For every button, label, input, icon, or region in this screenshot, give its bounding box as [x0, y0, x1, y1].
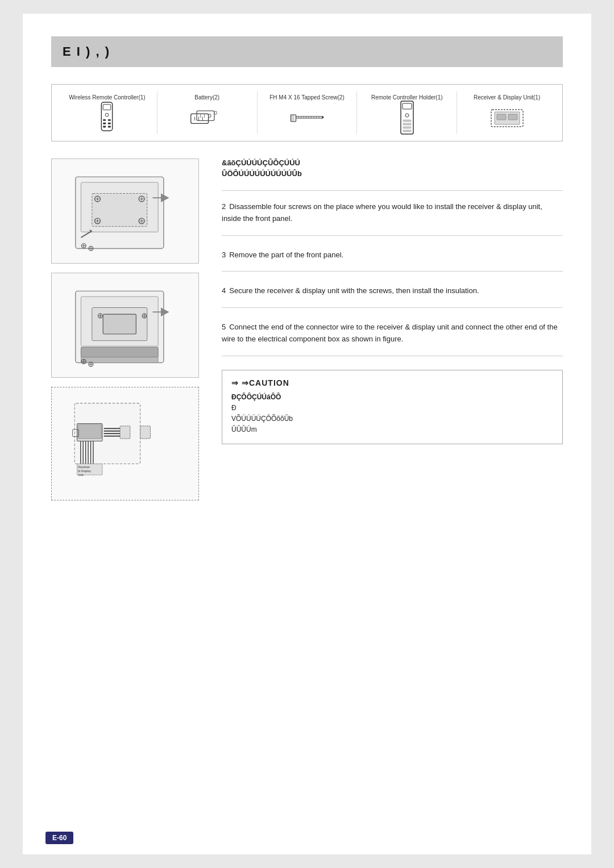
part-img-screw	[290, 105, 324, 132]
caution-line4: ÛÛÛÚm	[231, 424, 553, 435]
svg-rect-1	[103, 105, 111, 110]
svg-rect-43	[497, 114, 506, 120]
svg-rect-39	[403, 127, 411, 128]
svg-text:Unit: Unit	[78, 473, 84, 477]
step4-description: Secure the receiver & display unit with …	[229, 286, 479, 295]
part-label-battery: Battery(2)	[194, 94, 219, 101]
page-number: E-60	[45, 832, 73, 844]
svg-rect-99	[140, 426, 151, 439]
receiver-display-icon	[490, 106, 524, 130]
step3-block: 3Remove the part of the front panel.	[222, 249, 563, 272]
caution-title-text: ⇒CAUTION	[242, 378, 289, 387]
part-label-receiver: Receiver & Display Unit(1)	[474, 94, 540, 101]
part-item-receiver: Receiver & Display Unit(1)	[457, 91, 557, 134]
svg-point-2	[105, 113, 109, 116]
step4-text: 4Secure the receiver & display unit with…	[222, 285, 563, 297]
svg-rect-10	[209, 114, 211, 117]
step4-block: 4Secure the receiver & display unit with…	[222, 285, 563, 308]
svg-rect-9	[191, 114, 209, 123]
part-img-holder	[390, 105, 424, 132]
page-header: E I ) , )	[51, 36, 563, 67]
part-img-remote	[90, 105, 124, 132]
step5-text: 5Connect the end of the connector wire t…	[222, 322, 563, 345]
svg-rect-44	[508, 114, 517, 120]
main-content: Receiver & Display Unit &ãõÇÚÚÚÚÇÛÔÇÚÚÚ …	[51, 158, 563, 500]
svg-rect-19	[291, 115, 296, 122]
step2-num: 2	[222, 202, 226, 211]
part-img-receiver	[490, 105, 524, 132]
svg-rect-37	[403, 120, 411, 122]
part-item-screw: FH M4 X 16 Tapped Screw(2)	[258, 91, 358, 134]
part-img-battery	[190, 105, 224, 132]
step5-num: 5	[222, 323, 226, 331]
step1-note: &ãõÇÚÚÚÚÇÛÔÇÚÚÚ ÛÖÔÚÚÚÚÚÚÚÚÚÚÛb	[222, 158, 563, 191]
step3-description: Remove the part of the front panel.	[229, 251, 343, 259]
remote-icon	[99, 102, 115, 135]
svg-rect-4	[108, 119, 111, 121]
header-title: E I ) , )	[63, 44, 110, 59]
svg-rect-35	[403, 103, 412, 109]
svg-rect-8	[108, 126, 111, 128]
svg-rect-81	[81, 357, 158, 362]
svg-rect-73	[103, 314, 136, 334]
step5-diagram: Receiver & Display Unit	[63, 398, 188, 489]
svg-rect-14	[197, 111, 214, 120]
svg-rect-40	[403, 130, 411, 132]
svg-rect-92	[78, 424, 101, 439]
page: E I ) , ) Wireless Remote Controller(1)	[23, 14, 591, 854]
step2-diagram	[63, 166, 188, 257]
caution-line2: Ð	[231, 403, 553, 414]
part-item-battery: Battery(2)	[157, 91, 258, 134]
step4-num: 4	[222, 286, 226, 295]
right-column: &ãõÇÚÚÚÚÇÛÔÇÚÚÚ ÛÖÔÚÚÚÚÚÚÚÚÚÚÛb 2Disasse…	[222, 158, 563, 500]
step1-note-title: &ãõÇÚÚÚÚÇÛÔÇÚÚÚ	[222, 158, 563, 167]
step5-description: Connect the end of the connector wire to…	[222, 323, 558, 343]
svg-rect-6	[108, 123, 111, 124]
svg-rect-3	[103, 119, 106, 121]
caution-line3: VÕÚÚÚÚÇÔÕõõÛb	[231, 414, 553, 424]
svg-marker-60	[161, 193, 169, 202]
step5-image: Receiver & Display Unit	[51, 387, 199, 500]
svg-rect-98	[120, 426, 130, 439]
caution-title: ⇒ ⇒CAUTION	[231, 378, 553, 387]
parts-row: Wireless Remote Controller(1) Battery(2)	[51, 84, 563, 141]
svg-text:& Display: & Display	[78, 469, 91, 473]
svg-rect-38	[403, 123, 411, 125]
svg-rect-7	[103, 126, 106, 128]
part-item-remote: Wireless Remote Controller(1)	[57, 91, 157, 134]
caution-text: ÐÇÔÔÇÚÚáÔÔ Ð VÕÚÚÚÚÇÔÕõõÛb ÛÛÛÚm	[231, 392, 553, 436]
step5-block: 5Connect the end of the connector wire t…	[222, 322, 563, 356]
caution-line1: ÐÇÔÔÇÚÚáÔÔ	[231, 392, 553, 403]
step2-description: Disassemble four screws on the place whe…	[222, 202, 542, 223]
battery-icon	[190, 108, 224, 128]
step4-diagram	[63, 280, 188, 371]
caution-box: ⇒ ⇒CAUTION ÐÇÔÔÇÚÚáÔÔ Ð VÕÚÚÚÚÇÔÕõõÛb ÛÛ…	[222, 370, 563, 444]
part-label-remote: Wireless Remote Controller(1)	[69, 94, 145, 101]
part-label-screw: FH M4 X 16 Tapped Screw(2)	[269, 94, 345, 101]
left-column: Receiver & Display Unit	[51, 158, 205, 500]
step2-text: 2Disassemble four screws on the place wh…	[222, 201, 563, 225]
step4-image	[51, 273, 199, 378]
step1-note-subtitle: ÛÖÔÚÚÚÚÚÚÚÚÚÚÛb	[222, 169, 563, 178]
svg-point-36	[405, 114, 409, 117]
svg-text:Receiver: Receiver	[78, 465, 90, 469]
step3-text: 3Remove the part of the front panel.	[222, 249, 563, 261]
step3-num: 3	[222, 251, 226, 259]
screw-icon	[290, 110, 324, 126]
holder-icon	[400, 101, 414, 136]
step2-image	[51, 158, 199, 264]
svg-rect-5	[103, 123, 106, 124]
svg-marker-33	[322, 116, 324, 119]
svg-marker-82	[161, 307, 169, 316]
part-item-holder: Remote Controller Holder(1)	[357, 91, 457, 134]
step2-block: 2Disassemble four screws on the place wh…	[222, 201, 563, 236]
svg-rect-80	[81, 347, 158, 357]
caution-arrow-icon: ⇒	[231, 378, 238, 387]
